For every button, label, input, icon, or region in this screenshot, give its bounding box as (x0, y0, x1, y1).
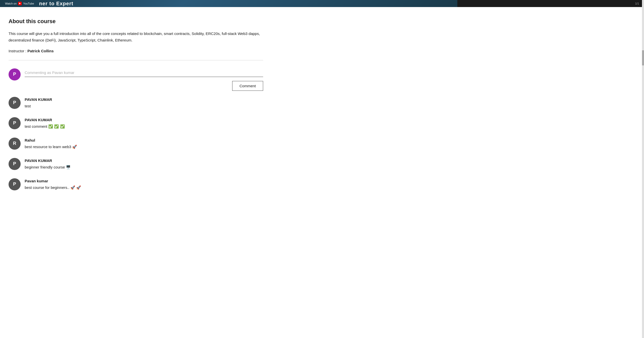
youtube-label: YouTube (23, 2, 34, 6)
comment-button[interactable]: Comment (232, 81, 263, 91)
commenter-name: PAVAN KUMAR (25, 97, 52, 103)
commenter-name: Rahul (25, 138, 77, 143)
scrollbar-thumb[interactable] (642, 50, 644, 65)
section-title: About this course (9, 17, 263, 25)
comment-text: test (25, 103, 52, 109)
avatar: P (9, 97, 21, 109)
instructor-label: Instructor : (9, 49, 26, 53)
comment-body: PAVAN KUMAR test (25, 97, 52, 109)
course-description: This course will give you a full introdu… (9, 30, 263, 43)
comment-body: Rahul best resource to learn web3 🚀 (25, 138, 77, 150)
comment-body: PAVAN KUMAR beginner friendly course 🖥️ (25, 158, 71, 170)
comment-input-section: P Comment (9, 68, 263, 91)
current-user-avatar: P (9, 68, 21, 80)
video-banner: Watch on ▶ YouTube ner to Expert 1/1 (0, 0, 644, 7)
current-user-initial: P (13, 71, 16, 78)
comment-text: beginner friendly course 🖥️ (25, 164, 71, 170)
video-banner-inner: Watch on ▶ YouTube ner to Expert (0, 0, 457, 7)
comment-item: R Rahul best resource to learn web3 🚀 (9, 138, 263, 150)
watch-on-label: Watch on (5, 2, 17, 6)
comment-item: P PAVAN KUMAR test comment ✅ ✅ ✅ (9, 117, 263, 130)
comment-body: PAVAN KUMAR test comment ✅ ✅ ✅ (25, 117, 65, 130)
scrollbar[interactable] (642, 0, 644, 201)
comment-actions: Comment (25, 81, 263, 91)
comment-item: P PAVAN KUMAR test (9, 97, 263, 109)
main-content: About this course This course will give … (0, 7, 272, 201)
banner-right: 1/1 (457, 0, 644, 7)
avatar: P (9, 117, 21, 129)
avatar: P (9, 178, 21, 190)
timer: 1/1 (635, 2, 639, 6)
comment-text: test comment ✅ ✅ ✅ (25, 124, 65, 130)
avatar: R (9, 138, 21, 150)
commenter-name: Pavan kumar (25, 178, 81, 184)
commenter-name: PAVAN KUMAR (25, 158, 71, 164)
comment-input-wrapper: Comment (25, 68, 263, 91)
instructor-name: Patrick Collins (27, 49, 54, 53)
section-divider (9, 60, 263, 60)
commenter-name: PAVAN KUMAR (25, 117, 65, 123)
comment-item: P Pavan kumar best course for beginners.… (9, 178, 263, 191)
avatar: P (9, 158, 21, 170)
comment-item: P PAVAN KUMAR beginner friendly course 🖥… (9, 158, 263, 170)
comment-input[interactable] (25, 68, 263, 77)
instructor-line: Instructor : Patrick Collins (9, 48, 263, 54)
comments-list: P PAVAN KUMAR test P PAVAN KUMAR test co… (9, 97, 263, 191)
banner-title: ner to Expert (39, 0, 73, 7)
comment-body: Pavan kumar best course for beginners.. … (25, 178, 81, 191)
comment-text: best course for beginners.. 🚀 🚀 (25, 185, 81, 191)
watch-on-youtube[interactable]: Watch on ▶ YouTube (5, 2, 34, 6)
comment-text: best resource to learn web3 🚀 (25, 144, 77, 150)
youtube-icon: ▶ (18, 2, 22, 5)
